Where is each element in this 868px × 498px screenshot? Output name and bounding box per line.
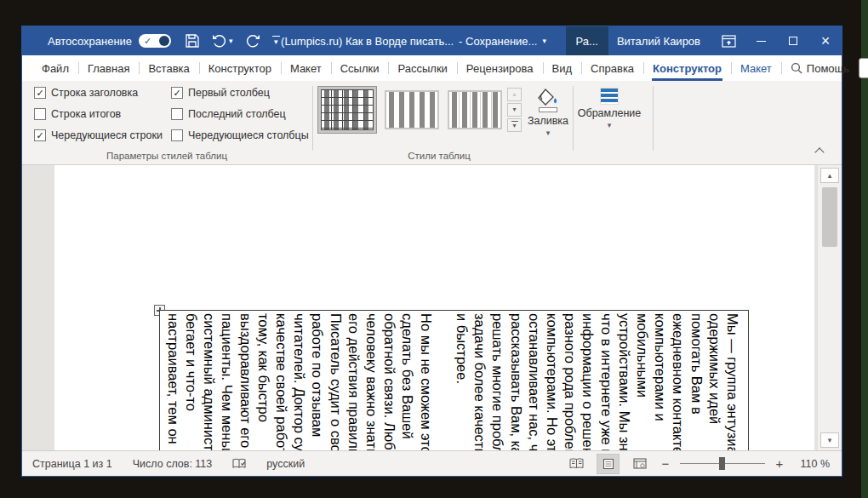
group-label-table-styles: Стили таблиц <box>345 151 533 161</box>
language-indicator[interactable]: русский <box>256 458 315 470</box>
checkbox-label: Чередующиеся столбцы <box>188 129 309 141</box>
tab-layout[interactable]: Макет <box>281 55 331 81</box>
gallery-scroll-up-button[interactable]: ▴ <box>507 88 522 101</box>
web-layout-button[interactable] <box>628 454 651 474</box>
paint-bucket-icon <box>537 88 559 108</box>
autosave-toggle-knob <box>159 36 169 46</box>
checkbox-first-column[interactable]: ✓ Первый столбец <box>171 87 270 99</box>
checkbox-box <box>171 129 183 141</box>
zoom-in-button[interactable]: + <box>774 456 785 471</box>
ribbon-tab-strip: Файл Главная Вставка Конструктор Макет С… <box>22 55 842 81</box>
saving-status: - Сохранение... <box>459 35 537 48</box>
table-style-thumb-selected[interactable] <box>317 86 377 134</box>
table-style-thumb-3[interactable] <box>448 90 502 129</box>
undo-button[interactable]: ▾ <box>212 34 233 48</box>
ribbon-display-options-button[interactable] <box>712 26 745 55</box>
undo-caret-icon: ▾ <box>229 37 233 45</box>
document-area: Мы — группа энтузиастов, одержимых идей … <box>22 165 842 450</box>
ribbon-display-options-icon <box>722 35 736 48</box>
borders-button[interactable]: Обрамление ▾ <box>577 84 642 159</box>
zoom-slider-handle[interactable] <box>719 457 725 470</box>
shading-button[interactable]: Заливка ▾ <box>526 84 570 159</box>
scroll-down-button[interactable]: ▾ <box>820 432 839 448</box>
vertical-scrollbar[interactable]: ▴ ▾ <box>817 165 842 450</box>
help-tab-label: Помощь <box>807 62 849 75</box>
save-button[interactable] <box>185 33 200 49</box>
document-title: (Lumpics.ru) Как в Ворде писать... <box>281 35 454 48</box>
group-label-style-options: Параметры стилей таблиц <box>73 151 260 161</box>
checkbox-last-column[interactable]: Последний столбец <box>171 108 286 120</box>
zoom-out-button[interactable]: − <box>660 456 671 471</box>
title-bar-right: Ра... Виталий Каиров × <box>566 26 842 55</box>
gallery-scroll-down-button[interactable]: ▾ <box>507 103 522 117</box>
checkbox-box: ✓ <box>34 129 46 141</box>
search-icon <box>791 62 802 74</box>
tab-review[interactable]: Рецензирова <box>457 55 543 81</box>
shading-color-swatch <box>539 107 557 112</box>
zoom-slider-track[interactable] <box>680 463 765 464</box>
autosave-check-icon: ✓ <box>144 37 151 46</box>
read-mode-button[interactable] <box>565 454 588 474</box>
maximize-icon <box>789 37 797 45</box>
tab-insert[interactable]: Вставка <box>139 55 198 81</box>
gallery-more-button[interactable]: ▾ <box>507 118 522 132</box>
tab-table-layout[interactable]: Макет <box>731 55 781 81</box>
tab-search-help[interactable]: Помощь <box>781 55 859 81</box>
maximize-button[interactable] <box>777 26 809 55</box>
table-style-thumb-2[interactable] <box>385 90 439 129</box>
checkbox-label: Строка итогов <box>51 108 121 120</box>
checkbox-banded-columns[interactable]: Чередующиеся столбцы <box>171 129 309 141</box>
print-layout-icon <box>602 458 614 470</box>
window-title: (Lumpics.ru) Как в Ворде писать... - Сох… <box>235 26 592 55</box>
autosave-label: Автосохранение <box>48 35 132 48</box>
shading-caret-icon: ▾ <box>546 129 551 137</box>
checkbox-header-row[interactable]: ✓ Строка заголовка <box>34 87 138 99</box>
scrollbar-thumb[interactable] <box>822 187 837 247</box>
tab-view[interactable]: Вид <box>543 55 582 81</box>
zoom-level[interactable]: 110 % <box>794 458 830 470</box>
word-count[interactable]: Число слов: 113 <box>123 458 223 470</box>
checkbox-label: Последний столбец <box>188 108 286 120</box>
autosave-toggle[interactable]: ✓ <box>139 34 171 48</box>
proofing-book-icon <box>232 458 246 470</box>
checkbox-label: Первый столбец <box>188 87 270 99</box>
web-layout-icon <box>633 458 647 469</box>
account-name[interactable]: Виталий Каиров <box>608 35 712 48</box>
table-cell-vertical-text[interactable]: Мы — группа энтузиастов, одержимых идей … <box>159 310 749 450</box>
proofing-status[interactable] <box>222 458 256 470</box>
tab-design[interactable]: Конструктор <box>199 55 281 81</box>
minimize-button[interactable] <box>745 26 777 55</box>
tab-strip-right-buttons <box>859 55 868 81</box>
user-presence-badge[interactable]: Ра... <box>566 26 608 55</box>
tab-references[interactable]: Ссылки <box>331 55 389 81</box>
caret-down-icon: ▾ <box>512 123 516 129</box>
print-layout-button[interactable] <box>597 454 620 474</box>
borders-icon <box>600 88 619 105</box>
caret-up-icon: ▴ <box>512 91 516 98</box>
tab-file[interactable]: Файл <box>32 55 78 81</box>
caret-down-icon: ▾ <box>828 436 832 444</box>
scroll-up-button[interactable]: ▴ <box>820 168 839 183</box>
table-style-preview <box>385 91 438 129</box>
title-bar: Автосохранение ✓ ▾ ▾ (Lumpics.ru) К <box>22 26 842 55</box>
word-window: Автосохранение ✓ ▾ ▾ (Lumpics.ru) К <box>21 26 842 477</box>
close-button[interactable]: × <box>809 26 842 55</box>
tab-table-design-active[interactable]: Конструктор <box>643 55 731 81</box>
shading-label: Заливка <box>528 115 568 127</box>
saving-status-caret-icon[interactable]: ▾ <box>542 37 546 45</box>
checkbox-label: Чередующиеся строки <box>51 129 163 141</box>
group-separator <box>312 86 313 151</box>
collapse-ribbon-button[interactable] <box>814 147 824 157</box>
checkbox-total-row[interactable]: Строка итогов <box>34 108 121 120</box>
share-button[interactable] <box>859 58 868 78</box>
borders-caret-icon: ▾ <box>608 122 612 129</box>
page-indicator[interactable]: Страница 1 из 1 <box>22 458 123 470</box>
group-separator <box>573 86 574 151</box>
tab-help[interactable]: Справка <box>581 55 643 81</box>
minimize-icon <box>757 41 766 42</box>
caret-up-icon: ▴ <box>828 171 832 180</box>
checkbox-box <box>171 108 183 120</box>
checkbox-banded-rows[interactable]: ✓ Чередующиеся строки <box>34 129 163 141</box>
tab-mailings[interactable]: Рассылки <box>388 55 456 81</box>
tab-home[interactable]: Главная <box>78 55 139 81</box>
